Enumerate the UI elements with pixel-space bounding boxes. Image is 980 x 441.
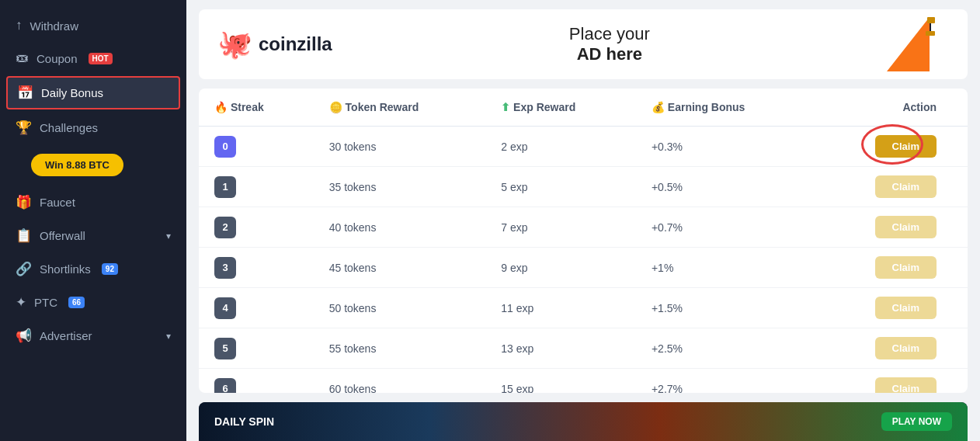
sidebar-item-label: Shortlinks [40, 262, 91, 276]
svg-marker-0 [887, 17, 930, 71]
streak-cell: 0 [199, 127, 314, 167]
action-cell: Claim [813, 248, 968, 288]
sidebar-item-coupon[interactable]: 🎟 Coupon HOT [0, 42, 186, 75]
play-now-button[interactable]: PLAY NOW [881, 412, 952, 431]
coupon-badge: HOT [89, 53, 113, 64]
exp-reward-cell: 15 exp [485, 369, 636, 394]
exp-icon: ⬆ [501, 101, 510, 113]
ad-graphic [887, 17, 949, 71]
sidebar-item-label: Offerwall [40, 229, 85, 242]
streak-badge: 6 [214, 378, 236, 394]
win-btc-button[interactable]: Win 8.88 BTC [31, 154, 123, 176]
claim-button[interactable]: Claim [875, 175, 937, 198]
action-cell: Claim [813, 288, 968, 328]
sidebar-item-withdraw[interactable]: ↑ Withdraw [0, 9, 186, 42]
sidebar-item-faucet[interactable]: 🎁 Faucet [0, 186, 186, 219]
faucet-icon: 🎁 [16, 194, 32, 210]
claim-button[interactable]: Claim [875, 337, 937, 359]
chevron-down-icon: ▾ [166, 231, 171, 241]
claim-button[interactable]: Claim [875, 297, 937, 319]
ad-place-text: Place your AD here [569, 24, 650, 64]
streak-badge: 3 [214, 257, 236, 279]
shortlinks-icon: 🔗 [16, 261, 32, 277]
action-header: Action [813, 89, 968, 127]
ptc-icon: ✦ [16, 294, 26, 311]
bottom-ad-bar: DAILY SPIN PLAY NOW [199, 402, 968, 441]
streak-badge: 5 [214, 338, 236, 359]
challenges-icon: 🏆 [16, 120, 32, 136]
ad-banner: 🐙 coinzilla Place your AD here [199, 9, 968, 79]
table-row: 030 tokens2 exp+0.3%Claim [199, 127, 968, 167]
streak-badge: 2 [214, 217, 236, 238]
bottom-ad-label: DAILY SPIN [214, 415, 274, 428]
logo-text: coinzilla [259, 33, 332, 55]
table-row: 135 tokens5 exp+0.5%Claim [199, 167, 968, 207]
table-row: 240 tokens7 exp+0.7%Claim [199, 207, 968, 248]
svg-rect-3 [926, 31, 935, 36]
streak-badge: 0 [214, 136, 236, 158]
sidebar-item-shortlinks[interactable]: 🔗 Shortlinks 92 [0, 252, 186, 286]
token-reward-cell: 35 tokens [314, 167, 486, 207]
earning-icon: 💰 [652, 101, 665, 113]
advertiser-icon: 📢 [16, 328, 32, 344]
streak-badge: 4 [214, 297, 236, 319]
token-reward-cell: 55 tokens [314, 328, 486, 369]
daily-bonus-icon: 📅 [17, 85, 33, 101]
earning-bonus-cell: +0.3% [636, 127, 814, 167]
streak-cell: 3 [199, 248, 314, 288]
claim-button[interactable]: Claim [875, 216, 937, 238]
token-reward-cell: 50 tokens [314, 288, 486, 328]
offerwall-icon: 📋 [16, 227, 32, 244]
sidebar-item-label: Faucet [40, 196, 75, 209]
earning-bonus-cell: +2.7% [636, 369, 814, 394]
token-reward-cell: 40 tokens [314, 207, 486, 248]
earning-bonus-cell: +1% [636, 248, 814, 288]
claim-highlight-wrapper: Claim [875, 135, 937, 158]
action-cell: Claim [813, 167, 968, 207]
sidebar-item-label: Advertiser [40, 329, 92, 342]
chevron-down-icon: ▾ [166, 331, 171, 342]
sidebar-item-ptc[interactable]: ✦ PTC 66 [0, 286, 186, 319]
main-content: 🐙 coinzilla Place your AD here 🔥 Streak [186, 0, 980, 441]
claim-button[interactable]: Claim [875, 377, 937, 393]
sidebar-item-label: Withdraw [30, 19, 79, 33]
sidebar-item-label: Daily Bonus [41, 86, 103, 99]
streak-cell: 4 [199, 288, 314, 328]
exp-reward-cell: 7 exp [485, 207, 636, 248]
coin-icon: 🪙 [329, 101, 342, 113]
fire-icon: 🔥 [214, 101, 228, 113]
sidebar-item-label: Coupon [36, 52, 78, 65]
exp-reward-cell: 11 exp [485, 288, 636, 328]
earning-bonus-cell: +2.5% [636, 328, 814, 369]
earning-bonus-cell: +1.5% [636, 288, 814, 328]
sidebar-item-advertiser[interactable]: 📢 Advertiser ▾ [0, 319, 186, 352]
claim-button-active[interactable]: Claim [875, 135, 937, 158]
action-cell: Claim [813, 127, 968, 167]
streak-cell: 1 [199, 167, 314, 207]
exp-reward-cell: 13 exp [485, 328, 636, 369]
table-row: 660 tokens15 exp+2.7%Claim [199, 369, 968, 394]
token-reward-cell: 60 tokens [314, 369, 486, 394]
streak-badge: 1 [214, 176, 236, 198]
streak-cell: 5 [199, 328, 314, 369]
table-row: 345 tokens9 exp+1%Claim [199, 248, 968, 288]
earning-bonus-cell: +0.5% [636, 167, 814, 207]
earning-bonus-header: 💰 Earning Bonus [636, 89, 814, 127]
ad-logo: 🐙 coinzilla [217, 28, 332, 61]
token-reward-cell: 30 tokens [314, 127, 486, 167]
earning-bonus-cell: +0.7% [636, 207, 814, 248]
sidebar-item-label: Challenges [40, 121, 98, 134]
token-reward-header: 🪙 Token Reward [314, 89, 486, 127]
action-cell: Claim [813, 207, 968, 248]
table-row: 450 tokens11 exp+1.5%Claim [199, 288, 968, 328]
exp-reward-header: ⬆ Exp Reward [485, 89, 636, 127]
sidebar-item-daily-bonus[interactable]: 📅 Daily Bonus [6, 76, 180, 109]
claim-button[interactable]: Claim [875, 256, 937, 279]
exp-reward-cell: 9 exp [485, 248, 636, 288]
sidebar-item-challenges[interactable]: 🏆 Challenges [0, 111, 186, 144]
daily-bonus-table: 🔥 Streak 🪙 Token Reward ⬆ Exp Reward 💰 E… [199, 89, 968, 393]
sidebar-item-offerwall[interactable]: 📋 Offerwall ▾ [0, 219, 186, 252]
sidebar: ↑ Withdraw 🎟 Coupon HOT 📅 Daily Bonus 🏆 … [0, 0, 186, 441]
sidebar-item-label: PTC [34, 296, 57, 309]
exp-reward-cell: 5 exp [485, 167, 636, 207]
